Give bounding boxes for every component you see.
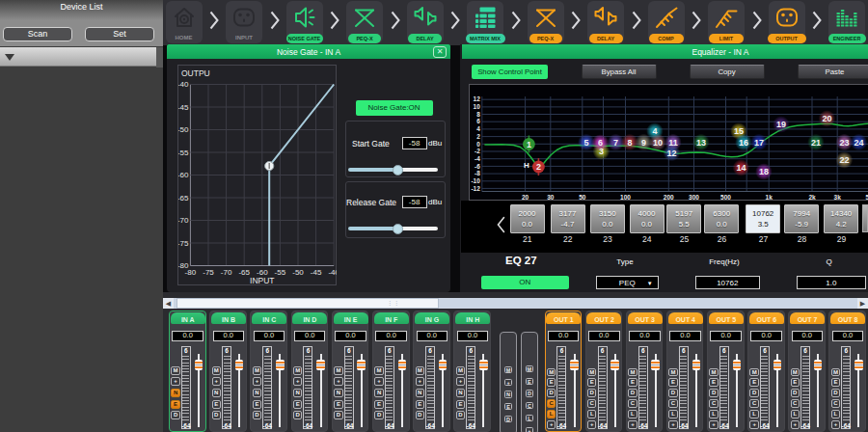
svg-text:-65: -65	[178, 194, 189, 202]
svg-text:50: 50	[579, 194, 586, 201]
svg-text:13: 13	[695, 138, 705, 148]
svg-text:-55: -55	[178, 148, 189, 157]
svg-text:INPUT: INPUT	[250, 276, 275, 284]
svg-text:1: 1	[526, 140, 530, 149]
svg-text:21: 21	[810, 138, 820, 148]
svg-text:-4: -4	[475, 155, 480, 162]
svg-text:200: 200	[663, 194, 673, 201]
svg-text:-45: -45	[178, 103, 189, 112]
svg-text:20: 20	[522, 194, 529, 201]
svg-text:-10: -10	[471, 177, 480, 184]
svg-text:4: 4	[476, 125, 480, 132]
svg-text:-12: -12	[471, 185, 480, 192]
svg-text:-70: -70	[221, 268, 232, 277]
svg-text:23: 23	[839, 138, 849, 148]
svg-text:-75: -75	[203, 268, 215, 277]
svg-text:12: 12	[473, 95, 480, 102]
svg-text:8: 8	[476, 111, 480, 118]
svg-text:-80: -80	[185, 268, 197, 277]
svg-text:8: 8	[627, 138, 632, 148]
svg-text:16: 16	[738, 138, 747, 148]
svg-text:6: 6	[597, 138, 602, 148]
svg-text:15: 15	[733, 126, 743, 136]
svg-text:-40: -40	[178, 80, 189, 89]
svg-text:2: 2	[476, 133, 480, 140]
svg-text:19: 19	[775, 120, 785, 129]
svg-text:-8: -8	[475, 170, 480, 176]
svg-text:4: 4	[652, 126, 657, 136]
svg-text:20: 20	[822, 114, 831, 123]
svg-text:5: 5	[583, 138, 588, 148]
svg-text:-55: -55	[275, 268, 286, 277]
svg-text:2k: 2k	[808, 194, 816, 201]
svg-text:-40: -40	[329, 268, 338, 277]
svg-text:0: 0	[476, 141, 480, 148]
svg-text:9: 9	[640, 138, 645, 148]
svg-text:1k: 1k	[765, 194, 773, 201]
svg-text:3k: 3k	[833, 194, 841, 201]
svg-text:-65: -65	[239, 268, 251, 277]
svg-text:-70: -70	[178, 216, 189, 225]
svg-text:14: 14	[736, 163, 746, 173]
svg-text:17: 17	[753, 138, 763, 148]
svg-text:H: H	[524, 161, 529, 170]
svg-text:500: 500	[720, 194, 731, 201]
svg-text:22: 22	[839, 155, 849, 165]
svg-text:-6: -6	[475, 163, 480, 170]
svg-text:3: 3	[598, 147, 603, 156]
svg-text:10: 10	[473, 103, 480, 110]
svg-text:OUTPU: OUTPU	[181, 68, 210, 78]
svg-text:5k: 5k	[865, 194, 867, 201]
svg-text:-50: -50	[293, 268, 305, 277]
svg-text:24: 24	[854, 138, 863, 148]
svg-text:6: 6	[476, 118, 480, 124]
svg-text:30: 30	[547, 194, 555, 201]
svg-text:-75: -75	[178, 239, 189, 248]
svg-text:7: 7	[612, 138, 617, 148]
svg-text:-45: -45	[311, 268, 322, 277]
svg-text:-2: -2	[475, 148, 480, 154]
svg-text:12: 12	[666, 148, 676, 158]
svg-text:18: 18	[758, 167, 768, 176]
svg-text:11: 11	[668, 138, 678, 148]
svg-text:2: 2	[535, 162, 540, 172]
svg-text:100: 100	[620, 194, 631, 201]
svg-text:-50: -50	[178, 125, 189, 134]
svg-text:-60: -60	[178, 171, 189, 179]
svg-text:300: 300	[689, 194, 699, 201]
svg-text:10: 10	[652, 138, 662, 148]
